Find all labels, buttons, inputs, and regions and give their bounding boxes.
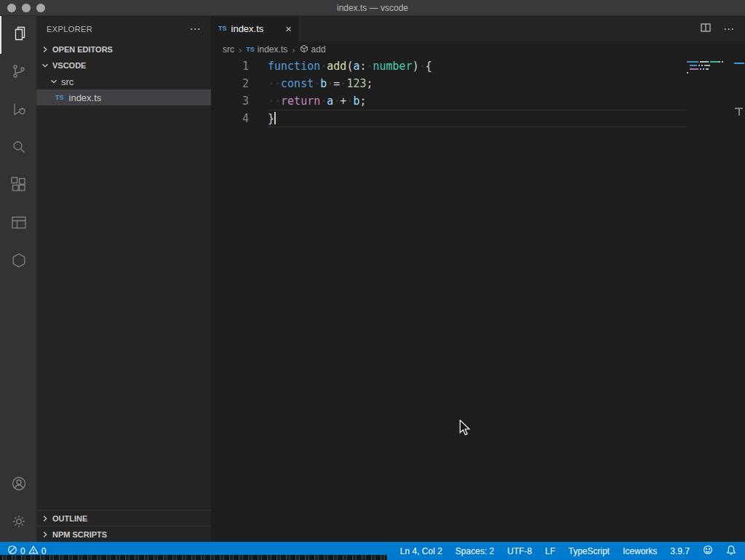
- feedback-button[interactable]: [703, 545, 713, 557]
- eol-status[interactable]: LF: [545, 546, 555, 556]
- split-editor-button[interactable]: [700, 22, 712, 36]
- window-controls: [0, 4, 45, 12]
- minimap[interactable]: [687, 61, 733, 76]
- tab-bar: TS index.ts × ⋯: [211, 16, 745, 41]
- chevron-right-icon: [39, 513, 51, 524]
- indentation-status[interactable]: Spaces: 2: [455, 546, 494, 556]
- files-icon: [10, 25, 28, 45]
- version-status[interactable]: 3.9.7: [670, 546, 690, 556]
- code-line-text: ··return·a·+·b;: [268, 92, 687, 110]
- minimap-line: [687, 65, 733, 66]
- minimap-line: [687, 72, 733, 73]
- tab-index-ts[interactable]: TS index.ts ×: [211, 16, 300, 41]
- encoding-status[interactable]: UTF-8: [507, 546, 532, 556]
- code-line-text: ··const·b·=·123;: [268, 75, 687, 92]
- hexagon-icon: [10, 252, 28, 272]
- code-line-text: }: [268, 110, 687, 127]
- breadcrumb-separator: ›: [239, 44, 242, 55]
- mouse-cursor: [459, 420, 471, 439]
- sidebar-title: EXPLORER: [47, 25, 92, 33]
- language-mode-status[interactable]: TypeScript: [568, 546, 610, 556]
- code-line[interactable]: 1function·add(a:·number)·{: [211, 57, 745, 75]
- explorer-more-actions-button[interactable]: ⋯: [190, 23, 201, 36]
- chevron-down-icon: [39, 60, 51, 71]
- accounts-button[interactable]: [0, 466, 36, 504]
- settings-button[interactable]: [0, 504, 36, 542]
- screenshot-artifact-strip: [0, 555, 387, 560]
- tree-item-src-folder[interactable]: src: [36, 73, 211, 89]
- chevron-right-icon: [39, 529, 51, 540]
- hexagon-extension-activity-button[interactable]: [0, 243, 36, 281]
- zoom-window-button[interactable]: [36, 4, 45, 12]
- code-editor[interactable]: 1function·add(a:·number)·{2··const·b·=·1…: [211, 57, 745, 542]
- breadcrumb-folder[interactable]: src: [223, 44, 234, 55]
- close-window-button[interactable]: [7, 4, 16, 12]
- explorer-activity-button[interactable]: [0, 16, 36, 54]
- code-line[interactable]: 3··return·a·+·b;: [211, 92, 745, 110]
- editor-actions: ⋯: [700, 16, 745, 41]
- typescript-file-icon: TS: [218, 25, 227, 32]
- breadcrumb-folder-label: src: [223, 44, 234, 55]
- source-control-icon: [10, 63, 28, 83]
- activity-bar: [0, 16, 36, 542]
- sidebar-spacer: [36, 105, 211, 510]
- breadcrumb-symbol-label: add: [311, 44, 326, 55]
- code-line-text: function·add(a:·number)·{: [268, 57, 687, 75]
- code-line[interactable]: 4}: [211, 110, 745, 127]
- breadcrumb-file-label: index.ts: [258, 44, 287, 55]
- extensions-activity-button[interactable]: [0, 167, 36, 205]
- account-icon: [10, 475, 28, 495]
- editor-group: TS index.ts × ⋯ src › TS index.ts › add: [211, 16, 745, 542]
- activity-bar-spacer: [0, 281, 36, 466]
- extensions-icon: [10, 176, 28, 196]
- run-debug-activity-button[interactable]: [0, 92, 36, 129]
- editor-more-actions-button[interactable]: ⋯: [723, 23, 735, 36]
- chevron-down-icon: [48, 76, 60, 87]
- file-name: index.ts: [69, 92, 102, 103]
- app-preview-activity-button[interactable]: [0, 205, 36, 243]
- open-editors-section[interactable]: OPEN EDITORS: [36, 41, 211, 57]
- line-number: 3: [211, 92, 249, 110]
- workspace-label: VSCODE: [52, 61, 86, 70]
- iceworks-status[interactable]: Iceworks: [623, 546, 657, 556]
- cursor-position-status[interactable]: Ln 4, Col 2: [400, 546, 442, 556]
- notifications-button[interactable]: [726, 545, 736, 557]
- sidebar-header: EXPLORER ⋯: [36, 16, 211, 41]
- close-tab-button[interactable]: ×: [285, 23, 292, 34]
- feedback-smiley-icon: [703, 545, 713, 557]
- minimap-line: [687, 61, 733, 63]
- npm-scripts-section[interactable]: NPM SCRIPTS: [36, 526, 211, 542]
- typescript-file-icon: TS: [246, 47, 255, 53]
- breadcrumbs: src › TS index.ts › add: [211, 41, 745, 57]
- app-window-icon: [10, 214, 28, 234]
- search-activity-button[interactable]: [0, 129, 36, 167]
- chevron-right-icon: [39, 44, 51, 55]
- folder-name: src: [61, 76, 73, 87]
- text-cursor: [274, 112, 276, 124]
- search-icon: [10, 138, 28, 159]
- open-editors-label: OPEN EDITORS: [52, 45, 113, 54]
- breadcrumb-separator: ›: [292, 44, 295, 55]
- sidebar-explorer: EXPLORER ⋯ OPEN EDITORS VSCODE src TS in…: [36, 16, 211, 542]
- npm-scripts-label: NPM SCRIPTS: [52, 530, 107, 539]
- run-debug-icon: [10, 100, 28, 121]
- titlebar: index.ts — vscode: [0, 0, 745, 16]
- workspace-section[interactable]: VSCODE: [36, 57, 211, 73]
- line-number: 1: [211, 57, 249, 75]
- outline-section[interactable]: OUTLINE: [36, 510, 211, 526]
- overview-ruler-marker: [734, 63, 744, 64]
- overview-ruler-marker: [738, 109, 740, 116]
- line-number: 2: [211, 75, 249, 92]
- breadcrumb-file[interactable]: TS index.ts: [246, 44, 287, 55]
- tree-item-index-ts[interactable]: TS index.ts: [36, 89, 211, 105]
- source-control-activity-button[interactable]: [0, 54, 36, 92]
- minimize-window-button[interactable]: [22, 4, 31, 12]
- bell-icon: [726, 545, 736, 557]
- outline-label: OUTLINE: [52, 514, 87, 523]
- workbench: EXPLORER ⋯ OPEN EDITORS VSCODE src TS in…: [0, 16, 745, 542]
- code-lines: 1function·add(a:·number)·{2··const·b·=·1…: [211, 57, 745, 127]
- minimap-line: [687, 68, 733, 70]
- gear-icon: [10, 513, 28, 533]
- code-line[interactable]: 2··const·b·=·123;: [211, 75, 745, 92]
- breadcrumb-symbol[interactable]: add: [300, 44, 326, 55]
